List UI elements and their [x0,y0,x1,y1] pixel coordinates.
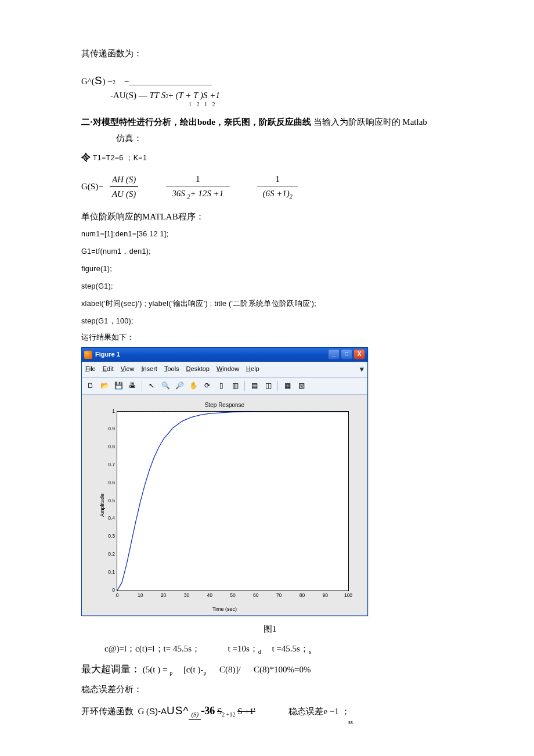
overshoot-b-sub: p [203,669,206,676]
menu-desktop[interactable]: Desktop [186,364,210,375]
plottools-icon[interactable]: ▦ [281,380,294,393]
eq-dash: − [107,77,112,86]
rotate-icon[interactable]: ⟳ [201,380,214,393]
frac-num: 1 [166,172,230,186]
window-controls: _ □ X [328,349,365,359]
open-tf-line: 开环传递函数 G (S)-AUS^(S)-36 S2 +12 S +1' 稳态误… [81,702,459,728]
colorbar-icon[interactable]: ▥ [229,380,241,393]
ct-a: c@)=l；c(t)=l；t= 45.5s； [104,644,200,653]
zoom-in-icon[interactable]: 🔍 [159,380,172,393]
eq-paren: ) [103,77,106,86]
frac-den: 36S 2+ 12S +1 [166,186,230,201]
frac-num: AH (S) [110,172,138,187]
plot-xlabel: Time (sec) [82,605,367,613]
gs-frac2: 1 36S 2+ 12S +1 [166,172,230,201]
ytick: 0.4 [108,515,117,523]
xtick: 90 [322,591,327,600]
eq-S: S [95,74,103,87]
window-titlebar[interactable]: Figure 1 _ □ X [82,348,367,362]
save-icon[interactable]: 💾 [112,380,125,393]
xtick: 100 [344,591,352,600]
run-result: 运行结果如下： [81,332,459,344]
datacursor-icon[interactable]: ▯ [215,380,228,393]
zoom-out-icon[interactable]: 🔎 [173,380,186,393]
den-b: + 12S +1 [190,189,223,198]
ytick: 0.1 [108,568,117,577]
eq-subscripts: 1 2 1 2 [189,100,459,109]
den-a: (6S +1) [262,189,289,198]
sse-sub: ss [348,718,459,727]
open-tf-36: -36 [201,705,215,717]
ytick: 0.8 [108,443,117,451]
let-line: 令 T1=T2=6 ；K=1 [81,150,459,165]
maximize-button[interactable]: □ [341,349,352,359]
print-icon[interactable]: 🖶 [126,380,139,393]
xtick: 60 [253,591,258,600]
open-tf-num: (S) [189,710,201,721]
eq-text: (T + T )S +1 [175,91,219,100]
menu-help[interactable]: Help [246,364,259,375]
eq-text: -AU(S) [110,91,136,100]
gs-formula: G(S)− AH (S) AU (S) 1 36S 2+ 12S +1 1 (6… [81,172,459,201]
section-tail: 当输入为阶跃响应时的 Matlab [313,117,427,127]
plottools2-icon[interactable]: ▧ [295,380,308,393]
open-tf-eq: G ( [138,707,150,716]
code-line: num1=[1];den1=[36 12 1]; [81,228,459,240]
menubar: File Edit View Insert Tools Desktop Wind… [82,362,367,378]
ytick: 0.2 [108,550,117,559]
matlab-icon [84,351,92,359]
ct-c-sub: s [309,649,311,655]
page-content: 其传递函数为： G^(S) −2 −___________________ -A… [0,0,534,756]
eq-text: TT S [150,91,166,100]
pan-icon[interactable]: ✋ [187,380,200,393]
menu-insert[interactable]: Insert [141,364,157,375]
menu-tools[interactable]: Tools [164,364,179,375]
plot-area[interactable]: Step Response Amplitude Time (sec) 0 0.1… [82,395,367,615]
step-response-curve [117,412,348,591]
code-line: figure(1); [81,263,459,275]
open-icon[interactable]: 📂 [98,380,111,393]
ct-c: t =45.5s； [272,644,308,653]
section-2-heading: 二⋅对模型特性进行分析，绘出bode，奈氏图，阶跃反应曲线 当输入为阶跃响应时的… [81,115,459,129]
den-s2: 2 [290,193,293,200]
new-icon[interactable]: 🗋 [84,380,97,393]
gs-dash: − [98,182,103,191]
menu-file[interactable]: File [85,364,96,375]
code-line: step(G1); [81,280,459,292]
figure-caption: 图1 [81,622,459,636]
toolbar: 🗋 📂 💾 🖶 ↖ 🔍 🔎 ✋ ⟳ ▯ ▥ ▤ ◫ ▦ ▧ [82,378,367,395]
overshoot-b: [c(t )- [183,665,204,674]
ct-b: t =10s； [228,644,258,653]
menu-view[interactable]: View [121,364,135,375]
menu-window[interactable]: Window [217,364,239,375]
pointer-icon[interactable]: ↖ [145,380,158,393]
eq-eq: — [139,91,147,100]
open-tf-s: S)-A [149,706,167,716]
xtick: 40 [207,591,212,600]
gs-frac1: AH (S) AU (S) [110,172,138,201]
open-tf-t2: 2 +1 [222,711,232,718]
plot-axes[interactable]: 0 0.1 0.2 0.3 0.4 0.5 0.6 0.7 0.8 0.9 1 … [117,411,349,591]
ytick: 0.3 [108,532,117,541]
plot-title: Step Response [82,401,367,410]
xtick: 0 [116,591,119,600]
ytick: 0.9 [108,426,117,434]
eq-plus: + [168,91,173,100]
code-line: xlabel('时间(sec)') ; ylabel('输出响应') ; tit… [81,298,459,309]
minimize-button[interactable]: _ [328,349,340,359]
overshoot-line: 最大超调量： (5(t ) = p [c(t )-p C(8)]/ C(8)*1… [81,661,459,678]
menu-edit[interactable]: Edit [103,364,114,375]
legend-icon[interactable]: ▤ [248,380,261,393]
section-title: 二⋅对模型特性进行分析，绘出bode，奈氏图，阶跃反应曲线 [81,117,311,127]
eq-sub2: 2 [113,79,116,85]
insert-icon[interactable]: ◫ [262,380,275,393]
dock-icon[interactable]: ▾ [360,363,364,376]
overshoot-label: 最大超调量： [81,664,140,675]
eq-text: G^( [81,77,95,86]
sse-text: 稳态误差e −1 [288,707,338,716]
overshoot-a: (5(t ) = [143,665,168,674]
xtick: 70 [276,591,282,600]
close-button[interactable]: X [353,349,365,359]
window-title: Figure 1 [95,350,120,360]
matlab-title: 单位阶跃响应的MATLAB程序： [81,210,459,224]
